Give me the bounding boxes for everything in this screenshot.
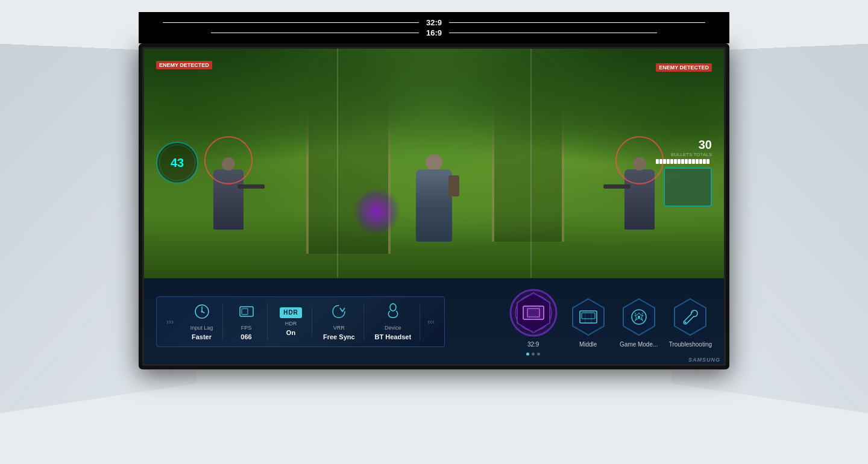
- ammo-tick-5: [670, 159, 673, 164]
- enemy-character-left: [213, 169, 244, 230]
- tv-frame: 32:9 16:9 ENEMY: [139, 12, 729, 369]
- enemy-indicator-right: ENEMY DETECTED: [656, 63, 712, 72]
- ratio-row-16: 16:9: [139, 28, 729, 37]
- input-lag-label: Input Lag: [190, 325, 213, 331]
- character-head: [426, 154, 442, 171]
- svg-rect-12: [527, 309, 539, 317]
- hex-label-game-mode: Game Mode...: [620, 341, 658, 348]
- hex-icon-game-mode: [630, 308, 648, 326]
- fps-label: FPS: [241, 325, 252, 331]
- game-scene: ENEMY DETECTED 43 ENEMY DETECTED 30 BULL…: [144, 49, 724, 278]
- vrr-label: VRR: [333, 325, 345, 331]
- hdr-label: HDR: [285, 321, 297, 327]
- tv-screen: ENEMY DETECTED 43 ENEMY DETECTED 30 BULL…: [142, 47, 726, 366]
- hex-dot-3: [537, 353, 540, 356]
- ammo-label: BULLETS TOTALS: [656, 152, 712, 157]
- hex-item-game-mode[interactable]: Game Mode...: [618, 296, 659, 348]
- enemy-character-right: [624, 169, 655, 230]
- hex-shape-middle: [568, 296, 609, 337]
- menu-stats-panel: ››› Input Lag Faster: [156, 296, 445, 347]
- ammo-tick-14: [703, 159, 706, 164]
- arch-right: [492, 49, 564, 242]
- ammo-tick-10: [688, 159, 691, 164]
- menu-hex-panel: 32:9: [457, 288, 712, 356]
- ammo-tick-15: [706, 159, 709, 164]
- ratio-line-16-right: [449, 33, 657, 34]
- ammo-tick-12: [696, 159, 699, 164]
- vrr-value: Free Sync: [323, 333, 355, 340]
- hex-shape-game-mode: [618, 296, 659, 337]
- ratio-row-32: 32:9: [139, 18, 729, 27]
- ammo-tick-3: [663, 159, 666, 164]
- hex-dots-32-9: [526, 353, 540, 356]
- ammo-bar: [656, 159, 712, 164]
- menu-item-vrr[interactable]: VRR Free Sync: [315, 303, 364, 340]
- tv-bezel: ENEMY DETECTED 43 ENEMY DETECTED 30 BULL…: [139, 43, 729, 369]
- hud-left: ENEMY DETECTED 43: [156, 61, 212, 184]
- svg-point-3: [201, 311, 203, 313]
- samsung-logo: SAMSUNG: [688, 357, 720, 363]
- main-character: [416, 169, 452, 242]
- hex-item-troubleshooting[interactable]: Troubleshooting: [669, 296, 712, 348]
- ammo-tick-4: [667, 159, 670, 164]
- hex-dot-2: [532, 353, 535, 356]
- menu-item-hdr[interactable]: HDR HDR On: [270, 307, 312, 336]
- purple-glow-effect: [353, 187, 401, 236]
- menu-item-device[interactable]: Device BT Headset: [366, 303, 421, 340]
- svg-point-24: [685, 321, 687, 323]
- input-lag-icon: [193, 303, 210, 322]
- ammo-tick-7: [678, 159, 681, 164]
- ammo-tick-9: [685, 159, 688, 164]
- ratio-label-32: 32:9: [419, 18, 449, 27]
- fps-icon: [238, 303, 255, 322]
- fps-value: 066: [241, 333, 251, 340]
- svg-point-6: [390, 304, 396, 311]
- ammo-tick-1: [656, 159, 659, 164]
- ratio-line-16-left: [211, 33, 419, 34]
- hex-icon-middle: [579, 309, 597, 325]
- ammo-tick-13: [699, 159, 702, 164]
- ratio-line-32-right: [449, 22, 705, 24]
- hex-icon-32-9: [523, 304, 544, 322]
- hex-icon-troubleshooting: [681, 308, 699, 326]
- hdr-icon: HDR: [280, 307, 302, 318]
- hex-item-middle[interactable]: Middle: [568, 296, 609, 348]
- compass-ring: [159, 145, 195, 181]
- ammo-tick-2: [659, 159, 662, 164]
- enemy-indicator-left: ENEMY DETECTED: [156, 61, 212, 69]
- svg-point-22: [638, 316, 640, 318]
- character-body: [416, 169, 452, 242]
- menu-item-input-lag[interactable]: Input Lag Faster: [181, 303, 223, 340]
- ammo-tick-11: [692, 159, 695, 164]
- scope-box: [664, 168, 712, 207]
- hex-dot-1: [526, 353, 529, 356]
- compass-hud: 43: [156, 142, 198, 184]
- vrr-icon: [330, 303, 347, 322]
- ratio-line-32-left: [163, 22, 419, 24]
- device-icon: [385, 303, 401, 322]
- hdr-value: On: [286, 329, 295, 336]
- hex-shape-troubleshooting: [670, 296, 711, 337]
- svg-rect-17: [582, 313, 595, 319]
- arrows-right-icon: ‹‹‹: [427, 318, 435, 326]
- aspect-header: 32:9 16:9: [139, 12, 729, 43]
- ammo-tick-8: [681, 159, 684, 164]
- ammo-count: 30: [656, 138, 712, 152]
- menu-item-fps[interactable]: FPS 066: [225, 303, 268, 340]
- ammo-tick-6: [674, 159, 677, 164]
- divider-right: [530, 49, 532, 278]
- hex-shape-32-9: [509, 288, 558, 337]
- arrows-left-icon: ›››: [166, 318, 174, 326]
- hex-label-middle: Middle: [579, 341, 597, 348]
- device-value: BT Headset: [375, 333, 412, 340]
- input-lag-value: Faster: [192, 333, 212, 340]
- ratio-label-16: 16:9: [419, 28, 449, 37]
- hex-label-32-9: 32:9: [527, 341, 539, 348]
- menu-bar: ››› Input Lag Faster: [144, 278, 724, 364]
- hex-label-troubleshooting: Troubleshooting: [669, 341, 712, 348]
- svg-rect-5: [242, 309, 248, 315]
- divider-left: [337, 49, 338, 278]
- device-label: Device: [385, 325, 401, 331]
- hud-right: ENEMY DETECTED 30 BULLETS TOTALS: [656, 61, 712, 207]
- hex-item-32-9[interactable]: 32:9: [509, 288, 558, 356]
